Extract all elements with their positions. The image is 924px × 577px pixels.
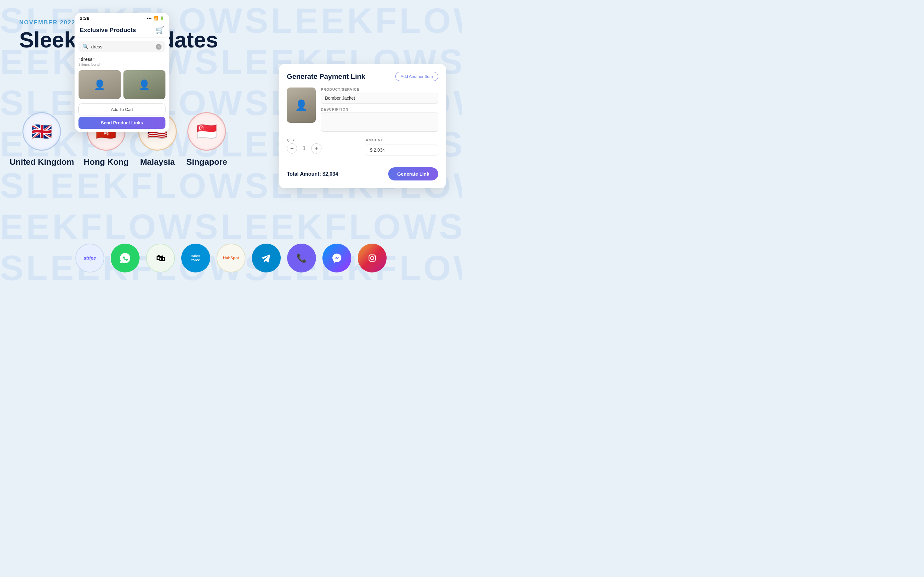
integration-whatsapp[interactable] — [111, 243, 140, 272]
qty-amount-row: QTY − 1 + AMOUNT — [287, 138, 438, 155]
phone-nav: Exclusive Products 🛒 — [75, 23, 170, 38]
results-count: 2 items found — [75, 63, 170, 68]
country-name-uk: United Kingdom — [10, 157, 74, 167]
product-service-input[interactable] — [321, 93, 438, 103]
search-input[interactable] — [91, 44, 153, 49]
battery-icon: 🔋 — [160, 16, 164, 21]
wifi-icon: 📶 — [153, 16, 158, 21]
description-textarea[interactable] — [321, 113, 438, 132]
qty-section: QTY − 1 + — [287, 138, 359, 155]
shopify-icon: 🛍 — [156, 253, 165, 263]
integrations-row: stripe 🛍 salesforce HubSpot 📞 — [75, 243, 387, 272]
integration-hubspot[interactable]: HubSpot — [216, 243, 246, 272]
instagram-icon — [367, 252, 378, 264]
main-content: NOVEMBER 2022 SleekFlow Updates 🇬🇧 Unite… — [0, 0, 462, 288]
phone-search-bar[interactable]: 🔍 ✕ — [79, 41, 166, 52]
integration-telegram[interactable] — [252, 243, 281, 272]
search-clear-button[interactable]: ✕ — [156, 44, 162, 50]
qty-decrease-button[interactable]: − — [287, 143, 297, 153]
hubspot-label: HubSpot — [223, 256, 239, 260]
ellipsis-icon: ••• — [147, 16, 152, 21]
whatsapp-icon — [119, 251, 132, 264]
integration-instagram[interactable] — [358, 243, 387, 272]
panel-footer: Total Amount: $2,034 Generate Link — [287, 162, 438, 181]
integration-messenger[interactable] — [322, 243, 351, 272]
search-icon: 🔍 — [82, 44, 89, 50]
phone-title-text: Exclusive Products — [80, 27, 136, 34]
country-name-my: Malaysia — [140, 157, 175, 167]
product-grid: 👤 👤 — [75, 68, 170, 101]
phone-status-bar: 2:38 ••• 📶 🔋 — [75, 13, 170, 23]
qty-control: − 1 + — [287, 143, 359, 153]
generate-link-button[interactable]: Generate Link — [388, 167, 438, 181]
product-row: 👤 PRODUCT/SERVICE DESCRIPTION — [287, 87, 438, 133]
country-circle-uk: 🇬🇧 — [23, 112, 61, 151]
product-fields: PRODUCT/SERVICE DESCRIPTION — [321, 87, 438, 133]
total-amount-text: Total Amount: $2,034 — [287, 171, 338, 177]
country-item-uk: 🇬🇧 United Kingdom — [10, 112, 74, 167]
integration-viber[interactable]: 📞 — [287, 243, 316, 272]
results-label: "dress" — [75, 55, 170, 63]
country-item-sg: 🇸🇬 Singapore — [186, 112, 227, 167]
salesforce-label: salesforce — [191, 254, 200, 262]
add-another-item-button[interactable]: Add Another Item — [395, 72, 438, 81]
country-circle-sg: 🇸🇬 — [187, 112, 226, 151]
telegram-icon — [260, 251, 273, 264]
send-product-links-button[interactable]: Send Product Links — [79, 117, 166, 129]
qty-value: 1 — [301, 145, 307, 151]
stripe-label: stripe — [84, 255, 96, 261]
add-to-cart-button[interactable]: Add To Cart — [79, 103, 166, 115]
product-thumbnail: 👤 — [287, 87, 316, 123]
signal-icons: ••• 📶 🔋 — [147, 16, 164, 21]
product-service-label: PRODUCT/SERVICE — [321, 87, 438, 91]
payment-panel-header: Generate Payment Link Add Another Item — [287, 72, 438, 81]
payment-panel: Generate Payment Link Add Another Item 👤… — [279, 64, 446, 188]
product-image-1: 👤 — [79, 70, 121, 99]
amount-label: AMOUNT — [366, 138, 438, 142]
product-card-1[interactable]: 👤 — [79, 70, 121, 99]
messenger-icon — [331, 252, 342, 264]
integration-stripe[interactable]: stripe — [75, 243, 104, 272]
country-name-sg: Singapore — [186, 157, 227, 167]
qty-label: QTY — [287, 138, 359, 142]
svg-point-2 — [374, 255, 375, 256]
phone-time: 2:38 — [80, 15, 89, 21]
cart-icon[interactable]: 🛒 — [156, 26, 164, 34]
phone-ui: 2:38 ••• 📶 🔋 Exclusive Products 🛒 🔍 ✕ "d… — [75, 13, 170, 132]
payment-panel-title: Generate Payment Link — [287, 73, 365, 81]
viber-icon: 📞 — [296, 253, 307, 263]
integration-salesforce[interactable]: salesforce — [181, 243, 210, 272]
country-name-hk: Hong Kong — [84, 157, 129, 167]
integration-shopify[interactable]: 🛍 — [146, 243, 175, 272]
qty-increase-button[interactable]: + — [311, 143, 321, 153]
amount-section: AMOUNT — [366, 138, 438, 155]
product-card-2[interactable]: 👤 — [123, 70, 166, 99]
svg-point-1 — [371, 256, 374, 259]
amount-input[interactable] — [366, 145, 438, 155]
description-label: DESCRIPTION — [321, 107, 438, 111]
